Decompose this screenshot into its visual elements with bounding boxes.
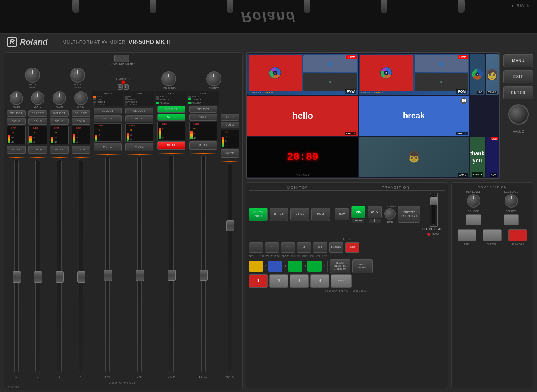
comp-pinpkey-btn[interactable] (483, 229, 502, 241)
pvw-label: PVW (345, 89, 356, 94)
ch56-select-btn[interactable]: SELECT (94, 108, 122, 114)
video-input-3-btn[interactable]: 3 (290, 274, 309, 288)
video-input-2-btn[interactable]: 2 (269, 274, 288, 288)
usb-port[interactable] (114, 55, 129, 62)
ch78-label: 7/8 (137, 375, 142, 379)
ch910-fader-handle[interactable] (168, 270, 176, 281)
source-green-btn-3[interactable] (288, 261, 302, 272)
aux-pgm-btn[interactable]: PGM (345, 242, 359, 253)
ch910-mute-btn[interactable]: MUTE (157, 141, 185, 150)
ch1-solo-btn[interactable]: SOLO (7, 118, 26, 125)
mv-still3-label: STILL 3 (472, 172, 483, 177)
lr-btn-l[interactable]: L (118, 84, 123, 90)
output-fade-handle[interactable] (430, 197, 438, 205)
main-fader-handle[interactable] (226, 220, 234, 231)
ch3-select-btn[interactable]: SELECT (50, 110, 69, 117)
aux-3-btn[interactable]: 3 (281, 242, 295, 253)
ch1-select-btn[interactable]: SELECT (7, 110, 26, 117)
ch1112-select-btn[interactable]: SELECT (189, 106, 217, 113)
ch3-fader-handle[interactable] (56, 271, 64, 283)
aux-pinp-btn[interactable]: PinP (313, 242, 327, 253)
ch56-fader-handle[interactable] (104, 270, 112, 281)
monitor-multiview-btn[interactable]: MULTI-VIEW (249, 208, 268, 221)
video-input-1-btn[interactable]: 1 (249, 274, 268, 288)
mic5-gain-knob[interactable] (25, 68, 40, 83)
main-solo-btn[interactable]: SOLO (221, 122, 239, 128)
cut-button[interactable]: CUT (335, 208, 349, 220)
lr-btn-r[interactable]: R (124, 84, 129, 90)
aux-4-btn[interactable]: 4 (297, 242, 311, 253)
ch4-gain-knob[interactable] (74, 91, 88, 105)
ch78-fader-handle[interactable] (136, 270, 144, 281)
ch3-gain-knob[interactable] (53, 91, 66, 105)
phones-knob[interactable] (206, 71, 221, 86)
aux-1-btn[interactable]: 1 (249, 242, 263, 253)
mic7-gain-knob[interactable] (70, 68, 85, 83)
ch2-solo-btn[interactable]: SOLO (28, 118, 47, 125)
ch78-mute-btn[interactable]: MUTE (125, 143, 153, 151)
ch1112-mute-btn[interactable]: MUTE (189, 141, 217, 150)
ch910-solo-btn[interactable]: SOLO (157, 114, 185, 121)
ch1112-solo-btn[interactable]: SOLO (189, 114, 217, 121)
ch1-fader-area (14, 159, 19, 373)
comp-source-label-2: SOURCE (506, 210, 517, 212)
monitor-still-btn[interactable]: STILL (290, 208, 309, 221)
ch910-label: 9/10 (168, 375, 175, 379)
comp-stillkey-btn[interactable] (508, 229, 527, 241)
ch2-select-btn[interactable]: SELECT (28, 110, 47, 117)
ch4-select-btn[interactable]: SELECT (72, 110, 90, 117)
main-mute-btn[interactable]: MUTE (221, 149, 239, 158)
ch78-select-btn[interactable]: SELECT (125, 108, 153, 114)
enter-button[interactable]: ENTER (503, 86, 533, 99)
ch1-fader-handle[interactable] (13, 271, 21, 283)
ch56-solo-btn[interactable]: SOLO (94, 115, 122, 122)
ch910-line3-indicator (156, 96, 159, 98)
source-yellow-btn[interactable] (249, 261, 263, 272)
freeze-logo-button[interactable]: FREEZE/USER LOGO (398, 206, 420, 223)
ch78-solo-btn[interactable]: SOLO (125, 115, 153, 122)
comp-source-btn-2[interactable] (504, 214, 519, 225)
exit-button[interactable]: EXIT (503, 70, 533, 83)
video-still-btn[interactable]: STILL (331, 274, 352, 288)
timer-display: 20:89 (287, 151, 318, 163)
comp-source-btn-1[interactable] (466, 214, 481, 225)
ch1112-fader-handle[interactable] (200, 270, 208, 281)
channel-main: SELECT SOLO OVER -18 -30 -48 (219, 91, 240, 379)
ch3-mute-btn[interactable]: MUTE (50, 146, 69, 154)
ch2-gain-knob[interactable] (31, 91, 44, 105)
monitor-input-btn[interactable]: INPUT (270, 208, 288, 221)
input-assign-btn[interactable]: INPUTASSIGN (352, 259, 373, 273)
comp-key-level-knob-2[interactable] (505, 194, 518, 208)
ch4-solo-btn[interactable]: SOLO (72, 118, 90, 125)
ch2-fader-handle[interactable] (34, 271, 42, 283)
ch1-gain-knob[interactable] (10, 91, 23, 105)
ch56-follow-text: FOLLOW (96, 103, 105, 106)
wipe-button[interactable]: WIPE (368, 206, 382, 218)
select-assign-btn[interactable]: SELECTRED:STILLGRN:INPUT (330, 259, 350, 273)
ch2-mute-btn[interactable]: MUTE (28, 146, 47, 154)
ch78-mic7-text: MIC 7 (128, 96, 134, 98)
comp-pinp-btn[interactable] (458, 229, 476, 241)
source-blue-btn[interactable] (268, 261, 282, 272)
mix-button[interactable]: MIX (351, 206, 365, 218)
video-input-4-btn[interactable]: 4 (310, 274, 329, 288)
aux-2-btn[interactable]: 2 (265, 242, 279, 253)
ch1-mute-btn[interactable]: MUTE (7, 146, 26, 154)
ch4-mute-btn[interactable]: MUTE (72, 146, 90, 154)
aux-pinpkey-btn[interactable]: PinP/KEY (329, 242, 343, 253)
source-green-btn-4[interactable] (307, 261, 322, 272)
ch910-select-btn[interactable]: SELECT (157, 106, 185, 113)
menu-button[interactable]: MENU (503, 54, 533, 67)
ch3-solo-btn[interactable]: SOLO (50, 118, 69, 125)
time-range-labels: 0.5s +4.0s (384, 205, 396, 208)
monitor-pgm-btn[interactable]: PGM (311, 208, 330, 221)
value-knob[interactable] (508, 104, 529, 125)
mv-still2-label: STILL 2 (456, 132, 468, 135)
time-label: TIME (387, 220, 393, 223)
usb-audio-knob[interactable] (161, 71, 176, 86)
main-select-btn[interactable]: SELECT (221, 114, 239, 121)
time-knob[interactable] (384, 208, 396, 220)
ch56-mute-btn[interactable]: MUTE (94, 143, 122, 151)
ch4-fader-handle[interactable] (77, 271, 85, 283)
comp-key-level-knob-1[interactable] (467, 194, 480, 208)
